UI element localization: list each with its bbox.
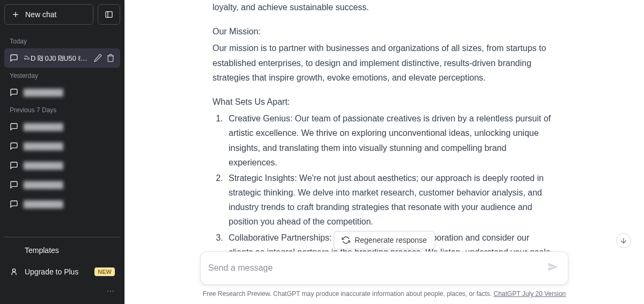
send-button[interactable] (545, 259, 560, 277)
trash-icon[interactable] (106, 54, 115, 62)
message-input-area (200, 251, 568, 285)
chat-item-title: ████████ (24, 181, 115, 189)
scroll-down-button[interactable] (616, 233, 631, 248)
svg-point-4 (113, 291, 114, 292)
chat-item-title: ████████ (24, 200, 115, 208)
footer-disclaimer: Free Research Preview. ChatGPT may produ… (203, 290, 494, 298)
footer-version-link[interactable]: ChatGPT July 20 Version (494, 290, 566, 298)
plus-icon (11, 10, 20, 19)
edit-icon[interactable] (93, 54, 102, 62)
chat-icon (10, 54, 18, 62)
refresh-icon (342, 236, 350, 244)
arrow-down-icon (619, 236, 628, 245)
chat-icon (10, 200, 18, 208)
chat-item-title: ████████ (24, 89, 115, 97)
apart-list: Creative Genius: Our team of passionate … (213, 111, 556, 274)
svg-point-1 (12, 269, 15, 272)
chat-item[interactable]: ████████ (4, 194, 120, 214)
collapse-sidebar-button[interactable] (98, 4, 120, 25)
apart-heading: What Sets Us Apart: (213, 95, 556, 109)
regenerate-label: Regenerate response (355, 236, 427, 244)
chat-item[interactable]: ████████ (4, 175, 120, 194)
section-prev7: Previous 7 Days (4, 102, 120, 117)
message-paragraph: loyalty, and achieve sustainable success… (213, 0, 556, 15)
chat-item-title: ████████ (24, 123, 115, 131)
sidebar-bottom: Templates Upgrade to Plus NEW (4, 237, 120, 300)
templates-item[interactable]: Templates (4, 240, 120, 261)
list-item: Strategic Insights: We're not just about… (225, 171, 556, 229)
chat-item[interactable]: ████████ (4, 156, 120, 175)
more-icon (106, 287, 115, 295)
section-yesterday: Yesterday (4, 68, 120, 83)
chat-icon (10, 88, 18, 97)
chat-item-actions (93, 54, 115, 62)
chat-icon (10, 142, 18, 150)
svg-point-2 (107, 291, 108, 292)
svg-rect-0 (106, 12, 112, 18)
chat-item-title: ████████ (24, 142, 115, 150)
main: loyalty, and achieve sustainable success… (125, 0, 644, 304)
templates-label: Templates (25, 246, 59, 255)
message-input[interactable] (208, 263, 545, 273)
new-chat-label: New chat (25, 10, 56, 19)
mission-body: Our mission is to partner with businesse… (213, 41, 556, 85)
sidebar: New chat Today ಎD ₪ 0J0 ₪U50 ℓƌ /D ] Yes… (0, 0, 125, 304)
chat-item[interactable]: ████████ (4, 136, 120, 156)
user-icon (10, 267, 18, 276)
list-item: Creative Genius: Our team of passionate … (225, 111, 556, 170)
chat-item-title: ████████ (24, 162, 115, 170)
new-chat-button[interactable]: New chat (4, 4, 93, 25)
svg-point-3 (110, 291, 111, 292)
panel-icon (105, 10, 113, 19)
upgrade-item[interactable]: Upgrade to Plus NEW (4, 261, 120, 283)
sidebar-top: New chat (4, 4, 120, 25)
send-icon (547, 262, 558, 272)
mission-heading: Our Mission: (213, 24, 556, 39)
chat-item-active[interactable]: ಎD ₪ 0J0 ₪U50 ℓƌ /D ] (4, 48, 120, 68)
footer-text: Free Research Preview. ChatGPT may produ… (125, 290, 644, 298)
new-badge: NEW (94, 267, 115, 276)
chat-icon (10, 180, 18, 189)
more-button[interactable] (4, 283, 120, 300)
upgrade-label: Upgrade to Plus (25, 267, 78, 276)
chat-icon (10, 122, 18, 131)
section-today: Today (4, 33, 120, 48)
chat-item[interactable]: ████████ (4, 83, 120, 102)
regenerate-button[interactable]: Regenerate response (334, 231, 435, 249)
chat-icon (10, 161, 18, 170)
chat-item-title: ಎD ₪ 0J0 ₪U50 ℓƌ /D ] (24, 54, 88, 62)
chat-item[interactable]: ████████ (4, 117, 120, 136)
